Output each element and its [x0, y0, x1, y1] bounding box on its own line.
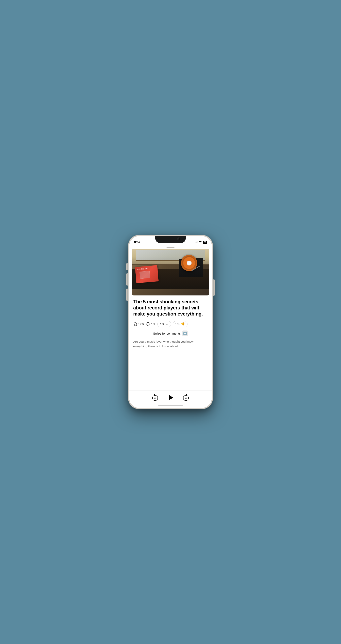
mute-button[interactable] [126, 263, 128, 270]
swipe-arrow-icon: ➡️ [182, 330, 188, 336]
article-title: The 5 most shocking secrets about record… [133, 299, 208, 317]
wifi-icon [199, 240, 202, 244]
player-controls: 15 15 [129, 390, 212, 404]
phone-screen: 8:57 56 [129, 236, 212, 408]
battery-icon: 56 [203, 241, 207, 244]
stats-row: 🎧 173k 💬 13k 13k ♡ 13k 👎 [133, 321, 208, 327]
dislikes-stat[interactable]: 13k 👎 [173, 321, 188, 327]
notch [155, 236, 186, 243]
album-cover: WILCO AM. [135, 265, 159, 283]
listens-stat: 🎧 173k [133, 322, 144, 326]
comments-stat: 💬 13k [146, 322, 156, 326]
listens-count: 173k [138, 322, 144, 326]
turntable [179, 255, 203, 277]
play-triangle-icon [169, 395, 173, 400]
headphones-icon: 🎧 [133, 322, 137, 326]
phone-frame: 8:57 56 [128, 235, 213, 409]
dislikes-count: 13k [175, 322, 180, 326]
svg-text:15: 15 [185, 397, 187, 399]
article-preview: Are you a music lover who thought you kn… [133, 340, 208, 348]
signal-icon [194, 241, 197, 243]
likes-stat[interactable]: 13k ♡ [157, 321, 171, 327]
article-content: The 5 most shocking secrets about record… [129, 296, 212, 354]
forward-button[interactable]: 15 [181, 393, 190, 402]
play-button[interactable] [166, 393, 175, 402]
battery-level: 56 [204, 241, 206, 243]
svg-text:15: 15 [154, 397, 156, 399]
home-bar [158, 405, 183, 406]
content-area[interactable]: WILCO AM. [129, 249, 212, 390]
status-time: 8:57 [134, 240, 140, 244]
likes-count: 13k [160, 322, 165, 326]
swipe-hint-text: Swipe for comments [153, 332, 181, 335]
volume-down-button[interactable] [126, 288, 128, 301]
heart-icon: ♡ [166, 322, 168, 326]
replay-button[interactable]: 15 [151, 393, 160, 402]
chat-icon: 💬 [146, 322, 150, 326]
thumbsdown-icon: 👎 [181, 322, 185, 326]
swipe-hint[interactable]: Swipe for comments ➡️ [133, 330, 208, 336]
power-button[interactable] [213, 280, 215, 296]
comments-count: 13k [151, 322, 156, 326]
drag-handle[interactable] [129, 246, 212, 249]
status-icons: 56 [194, 240, 207, 244]
volume-up-button[interactable] [126, 273, 128, 286]
home-indicator[interactable] [129, 404, 212, 408]
article-image: WILCO AM. [132, 249, 209, 296]
